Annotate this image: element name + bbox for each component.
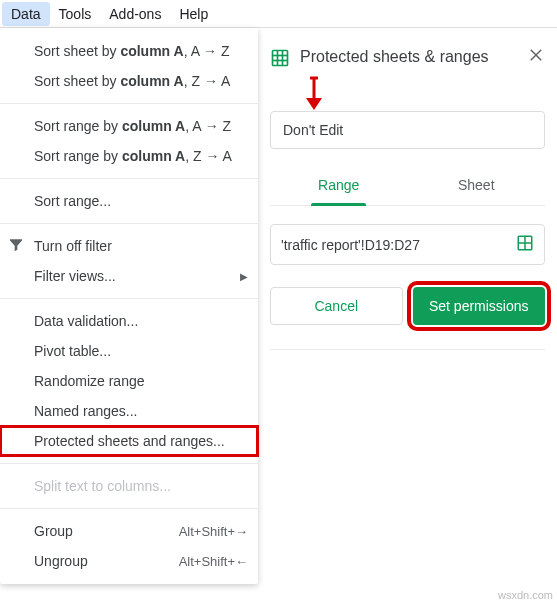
annotation-arrow-icon (303, 76, 325, 113)
menu-data-validation[interactable]: Data validation... (0, 306, 258, 336)
svg-rect-0 (273, 50, 288, 65)
menu-named-ranges[interactable]: Named ranges... (0, 396, 258, 426)
select-range-icon[interactable] (516, 234, 534, 255)
menu-filter-views[interactable]: Filter views... ▶ (0, 261, 258, 291)
text: Sort sheet by (34, 73, 120, 89)
range-input[interactable] (281, 237, 516, 253)
menu-randomize-range[interactable]: Randomize range (0, 366, 258, 396)
text: Sort range by (34, 118, 122, 134)
label: Turn off filter (34, 238, 112, 254)
text-bold: column A (120, 43, 183, 59)
label: Filter views... (34, 268, 116, 284)
divider (0, 178, 258, 179)
tab-range[interactable]: Range (270, 167, 408, 205)
menu-sort-sheet-za[interactable]: Sort sheet by column A, Z → A (0, 66, 258, 96)
menu-data[interactable]: Data (2, 2, 50, 26)
data-dropdown: Sort sheet by column A, A → Z Sort sheet… (0, 28, 258, 584)
shortcut-label: Alt+Shift+→ (179, 524, 248, 539)
menu-sort-range[interactable]: Sort range... (0, 186, 258, 216)
cancel-button[interactable]: Cancel (270, 287, 403, 325)
divider (0, 298, 258, 299)
divider (0, 508, 258, 509)
menu-sort-range-az[interactable]: Sort range by column A, A → Z (0, 111, 258, 141)
divider (0, 463, 258, 464)
menu-help[interactable]: Help (170, 2, 217, 26)
text: , A → Z (184, 43, 230, 59)
tab-sheet[interactable]: Sheet (408, 167, 546, 205)
menu-pivot-table[interactable]: Pivot table... (0, 336, 258, 366)
menu-addons[interactable]: Add-ons (100, 2, 170, 26)
text-bold: column A (122, 148, 185, 164)
protected-ranges-panel: Protected sheets & ranges Range Sheet (258, 28, 557, 605)
range-input-row (270, 224, 545, 265)
panel-title: Protected sheets & ranges (300, 48, 515, 66)
description-input[interactable] (270, 111, 545, 149)
sheets-grid-icon (270, 48, 288, 66)
text: , Z → A (184, 73, 231, 89)
menu-split-text: Split text to columns... (0, 471, 258, 501)
text: Sort sheet by (34, 43, 120, 59)
chevron-right-icon: ▶ (240, 271, 248, 282)
divider (0, 223, 258, 224)
menu-turn-off-filter[interactable]: Turn off filter (0, 231, 258, 261)
close-icon[interactable] (527, 46, 545, 67)
menu-sort-range-za[interactable]: Sort range by column A, Z → A (0, 141, 258, 171)
shortcut-label: Alt+Shift+← (179, 554, 248, 569)
menu-tools[interactable]: Tools (50, 2, 101, 26)
svg-marker-9 (306, 98, 322, 110)
menu-sort-sheet-az[interactable]: Sort sheet by column A, A → Z (0, 36, 258, 66)
divider (0, 103, 258, 104)
filter-icon (8, 237, 24, 256)
menu-ungroup[interactable]: Ungroup Alt+Shift+← (0, 546, 258, 576)
text: , Z → A (185, 148, 232, 164)
tabs: Range Sheet (270, 167, 545, 206)
set-permissions-button[interactable]: Set permissions (413, 287, 546, 325)
text-bold: column A (122, 118, 185, 134)
watermark: wsxdn.com (498, 589, 553, 601)
text: , A → Z (185, 118, 231, 134)
menu-protected-sheets[interactable]: Protected sheets and ranges... (0, 426, 258, 456)
menubar: Data Tools Add-ons Help (0, 0, 557, 28)
text-bold: column A (120, 73, 183, 89)
menu-group[interactable]: Group Alt+Shift+→ (0, 516, 258, 546)
label: Ungroup (34, 553, 88, 569)
text: Sort range by (34, 148, 122, 164)
label: Group (34, 523, 73, 539)
